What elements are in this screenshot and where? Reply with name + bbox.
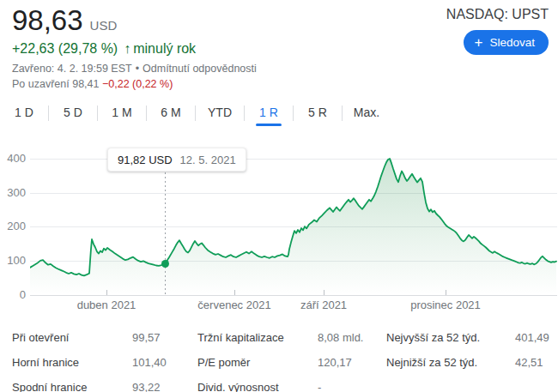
stat-label: Spodní hranice — [12, 381, 87, 392]
market-closed-status: Zavřeno: 4. 2. 19:59 EST — [12, 63, 132, 75]
stat-label: Divid. výnosnost — [197, 381, 279, 392]
x-axis-label: duben 2021 — [77, 299, 136, 311]
tab-5d[interactable]: 5 D — [49, 100, 97, 125]
x-axis-label: prosinec 2021 — [410, 299, 481, 311]
plus-icon: + — [475, 35, 483, 50]
x-axis-label: září 2021 — [300, 299, 347, 311]
dot-separator: • — [136, 63, 139, 75]
stat-label: Nejnižší za 52 týd. — [386, 356, 477, 369]
chart-tooltip: 91,82 USD 12. 5. 2021 — [107, 148, 246, 172]
y-axis-label: 200 — [3, 220, 26, 232]
stat-row: Horní hranice101,40 — [12, 350, 188, 375]
tooltip-date: 12. 5. 2021 — [180, 154, 236, 166]
y-axis-label: 400 — [3, 152, 26, 165]
stat-label: Horní hranice — [12, 356, 79, 369]
stat-value: 8,08 mld. — [318, 325, 363, 350]
range-tabs: 1 D5 D1 M6 MYTD1 R5 RMax. — [0, 100, 391, 125]
stat-label: Při otevření — [12, 331, 69, 344]
data-point-marker — [161, 260, 169, 268]
y-axis-label: 100 — [3, 254, 26, 267]
tab-ytd[interactable]: YTD — [196, 100, 244, 125]
tab-1d[interactable]: 1 D — [0, 100, 48, 125]
tab-1m[interactable]: 1 M — [98, 100, 146, 125]
quote-header: 98,63 USD +22,63 (29,78 %)↑minulý rok Za… — [12, 4, 257, 90]
stats-column: Při otevření99,57Horní hranice101,40Spod… — [12, 325, 188, 392]
exchange-ticker: NASDAQ: UPST — [446, 7, 549, 22]
stat-value: - — [318, 375, 321, 392]
after-hours-change: −0,22 (0,22 %) — [102, 78, 173, 90]
stat-value: 120,17 — [318, 350, 352, 375]
tooltip-price: 91,82 USD — [118, 154, 173, 166]
y-axis-label: 0 — [3, 288, 26, 301]
stat-label: Nejvyšší za 52 týd. — [386, 331, 480, 344]
stat-label: P/E poměr — [197, 356, 250, 369]
stat-value: 101,40 — [132, 350, 167, 375]
stat-value: 93,22 — [132, 375, 161, 392]
stat-row: Nejvyšší za 52 týd.401,49 — [386, 325, 556, 350]
stat-row: Při otevření99,57 — [12, 325, 188, 350]
stats-column: Nejvyšší za 52 týd.401,49Nejnižší za 52 … — [386, 325, 556, 375]
tab-6m[interactable]: 6 M — [147, 100, 195, 125]
change-period: minulý rok — [133, 41, 196, 56]
stat-row: Spodní hranice93,22 — [12, 375, 188, 392]
y-axis-label: 300 — [3, 186, 26, 199]
crosshair-line — [165, 172, 166, 295]
stats-column: Tržní kapitalizace8,08 mld.P/E poměr120,… — [197, 325, 378, 392]
stat-row: Nejnižší za 52 týd.42,51 — [386, 350, 556, 375]
disclaimer-link[interactable]: Odmítnutí odpovědnosti — [143, 63, 257, 75]
stat-label: Tržní kapitalizace — [197, 331, 284, 344]
chart-fill-area — [30, 159, 556, 295]
stat-row: Tržní kapitalizace8,08 mld. — [197, 325, 378, 350]
follow-button[interactable]: + Sledovat — [464, 30, 549, 55]
stat-row: Divid. výnosnost- — [197, 375, 378, 392]
current-price: 98,63 — [12, 4, 83, 37]
tab-max[interactable]: Max. — [343, 100, 391, 125]
stat-value: 99,57 — [132, 325, 161, 350]
price-change: +22,63 (29,78 %) — [12, 41, 118, 56]
arrow-up-icon: ↑ — [124, 41, 130, 56]
stat-value: 401,49 — [515, 325, 549, 350]
currency-code: USD — [90, 18, 118, 33]
follow-button-label: Sledovat — [489, 36, 535, 49]
tab-1r[interactable]: 1 R — [245, 100, 293, 125]
after-hours-price: Po uzavření 98,41 — [12, 78, 99, 90]
x-axis-label: červenec 2021 — [197, 299, 270, 311]
tab-5r[interactable]: 5 R — [294, 100, 342, 125]
stat-row: P/E poměr120,17 — [197, 350, 378, 375]
stat-value: 42,51 — [515, 350, 543, 375]
